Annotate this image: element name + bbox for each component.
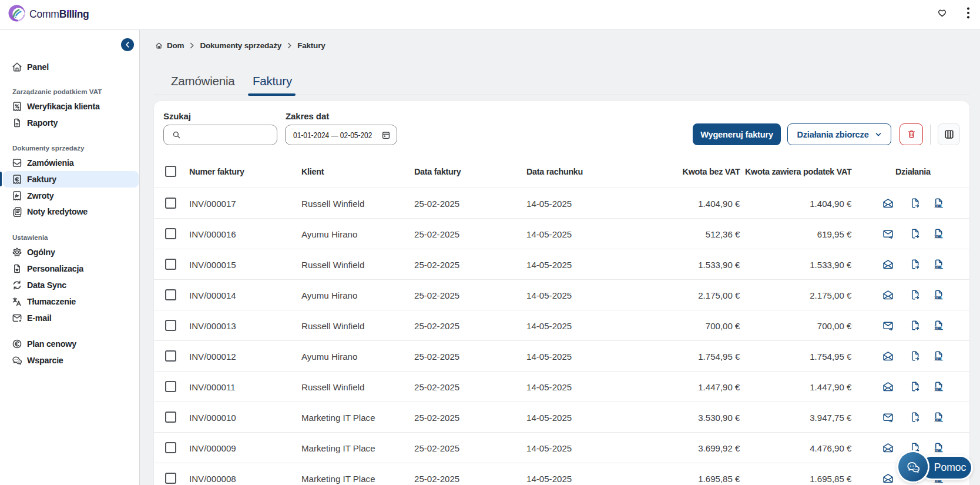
svg-text:XML: XML [935, 265, 943, 269]
svg-text:XML: XML [935, 357, 943, 361]
svg-text:XML: XML [935, 296, 943, 300]
svg-text:XML: XML [935, 418, 943, 422]
svg-text:XML: XML [935, 326, 943, 330]
svg-text:XML: XML [935, 235, 943, 239]
svg-text:XML: XML [935, 387, 943, 392]
svg-text:XML: XML [935, 479, 943, 483]
svg-text:XML: XML [935, 204, 943, 208]
svg-text:XML: XML [935, 449, 943, 453]
